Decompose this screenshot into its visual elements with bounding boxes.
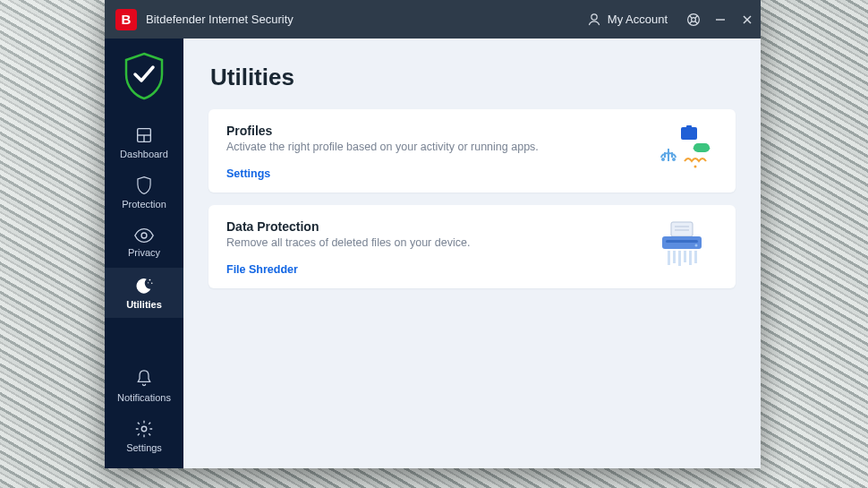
svg-rect-29 bbox=[684, 251, 686, 262]
close-icon bbox=[742, 14, 753, 25]
sidebar-item-dashboard[interactable]: Dashboard bbox=[105, 117, 183, 167]
svg-point-2 bbox=[692, 17, 696, 21]
content-area: Utilities Profiles Activate the right pr… bbox=[183, 39, 761, 468]
svg-point-19 bbox=[694, 166, 697, 168]
app-title: Bitdefender Internet Security bbox=[146, 13, 294, 26]
dashboard-icon bbox=[134, 125, 154, 145]
close-button[interactable] bbox=[734, 0, 761, 39]
shredder-icon bbox=[655, 220, 709, 269]
sidebar-item-label: Notifications bbox=[117, 392, 171, 403]
page-title: Utilities bbox=[210, 64, 736, 91]
sidebar-item-label: Settings bbox=[126, 442, 162, 453]
app-window: B Bitdefender Internet Security My Accou… bbox=[105, 0, 761, 468]
card-description: Activate the right profile based on your… bbox=[226, 141, 646, 153]
sidebar-item-utilities[interactable]: Utilities bbox=[105, 268, 183, 318]
app-logo: B bbox=[115, 9, 137, 30]
svg-rect-20 bbox=[671, 222, 693, 236]
svg-point-25 bbox=[695, 244, 698, 247]
shield-icon bbox=[135, 176, 153, 195]
svg-point-10 bbox=[149, 279, 151, 281]
app-logo-letter: B bbox=[122, 12, 132, 27]
sidebar-item-privacy[interactable]: Privacy bbox=[105, 218, 183, 268]
my-account-button[interactable]: My Account bbox=[586, 12, 668, 28]
svg-rect-31 bbox=[694, 251, 697, 263]
profiles-illustration bbox=[646, 124, 718, 174]
svg-point-18 bbox=[672, 158, 676, 161]
svg-point-11 bbox=[151, 283, 152, 284]
gear-icon bbox=[134, 419, 154, 439]
sidebar-item-settings[interactable]: Settings bbox=[105, 411, 183, 461]
lifebuoy-icon bbox=[685, 12, 702, 28]
svg-point-17 bbox=[661, 158, 665, 161]
svg-rect-30 bbox=[689, 251, 692, 265]
svg-rect-14 bbox=[681, 127, 697, 140]
app-body: Dashboard Protection Privacy bbox=[105, 39, 761, 468]
svg-rect-27 bbox=[673, 251, 676, 263]
support-button[interactable] bbox=[680, 0, 707, 39]
card-title: Profiles bbox=[226, 124, 646, 138]
minimize-icon bbox=[715, 14, 726, 25]
profiles-settings-link[interactable]: Settings bbox=[226, 167, 646, 180]
card-data-protection: Data Protection Remove all traces of del… bbox=[208, 205, 736, 288]
moon-sparkle-icon bbox=[134, 276, 154, 295]
eye-icon bbox=[133, 227, 155, 244]
svg-point-13 bbox=[141, 426, 147, 432]
svg-point-12 bbox=[148, 282, 149, 283]
my-account-label: My Account bbox=[608, 13, 668, 26]
profiles-icon bbox=[651, 125, 713, 172]
svg-rect-15 bbox=[686, 125, 692, 129]
sidebar: Dashboard Protection Privacy bbox=[105, 39, 183, 468]
shield-check-icon bbox=[123, 51, 166, 101]
sidebar-item-label: Protection bbox=[122, 199, 166, 210]
svg-point-0 bbox=[591, 13, 597, 19]
desktop-background: B Bitdefender Internet Security My Accou… bbox=[0, 0, 868, 488]
svg-rect-16 bbox=[694, 143, 710, 152]
bell-icon bbox=[135, 369, 153, 389]
svg-point-9 bbox=[141, 233, 147, 238]
card-title: Data Protection bbox=[226, 219, 646, 234]
sidebar-item-protection[interactable]: Protection bbox=[105, 167, 183, 218]
minimize-button[interactable] bbox=[707, 0, 734, 39]
svg-rect-28 bbox=[678, 251, 681, 266]
protection-status-shield[interactable] bbox=[123, 51, 166, 101]
titlebar: B Bitdefender Internet Security My Accou… bbox=[105, 0, 761, 39]
card-profiles: Profiles Activate the right profile base… bbox=[208, 109, 736, 193]
person-icon bbox=[586, 12, 602, 28]
sidebar-item-label: Utilities bbox=[126, 299, 162, 310]
svg-rect-26 bbox=[668, 251, 670, 265]
sidebar-item-label: Dashboard bbox=[120, 149, 168, 159]
card-description: Remove all traces of deleted files on yo… bbox=[226, 236, 646, 249]
sidebar-item-notifications[interactable]: Notifications bbox=[105, 361, 183, 411]
sidebar-item-label: Privacy bbox=[128, 247, 160, 258]
file-shredder-link[interactable]: File Shredder bbox=[226, 263, 646, 276]
shredder-illustration bbox=[646, 219, 718, 270]
svg-rect-24 bbox=[666, 240, 698, 243]
